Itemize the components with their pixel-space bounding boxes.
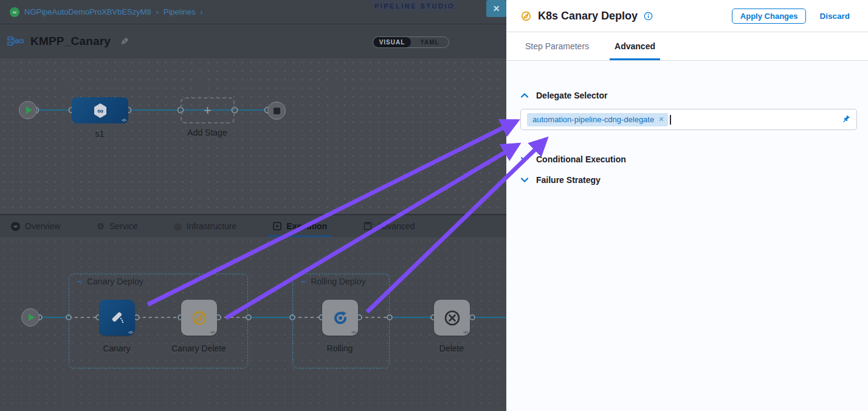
- pipeline-start-node[interactable]: [19, 101, 37, 119]
- panel-tab-bar: Step Parameters Advanced: [506, 32, 868, 61]
- step-label: Rolling: [327, 344, 353, 353]
- step-label: Canary Delete: [171, 344, 226, 353]
- step-delete[interactable]: </>: [434, 300, 470, 336]
- tab-label: Service: [109, 221, 138, 231]
- delegate-selector-input[interactable]: automation-pipeline-cdng-delegate ✕: [520, 109, 857, 130]
- tab-label: Overview: [25, 221, 60, 231]
- step-canary[interactable]: </>: [99, 300, 135, 336]
- stage-s1-node[interactable]: ∞ </>: [72, 97, 128, 123]
- group-label-text: Canary Deploy: [87, 277, 143, 286]
- step-label: Canary: [103, 344, 130, 353]
- yaml-code-icon[interactable]: </>: [122, 118, 126, 122]
- toggle-yaml[interactable]: YAML: [411, 37, 449, 47]
- pipeline-title: KMPP_Canary: [30, 35, 111, 48]
- info-icon[interactable]: [644, 12, 653, 21]
- stage-connectors: [0, 58, 506, 215]
- yaml-code-icon[interactable]: </>: [210, 330, 215, 334]
- panel-body: Delegate Selector automation-pipeline-cd…: [506, 90, 868, 185]
- section-label: Failure Strategy: [536, 175, 601, 185]
- discard-button[interactable]: Discard: [819, 12, 850, 21]
- tab-overview[interactable]: ∞ Overview: [6, 215, 65, 237]
- panel-title: K8s Canary Deploy: [538, 10, 638, 22]
- panel-header: K8s Canary Deploy Apply Changes Discard: [506, 0, 868, 32]
- step-group-rolling-deploy-label: − Rolling Deploy: [301, 277, 365, 286]
- stage-canvas: ∞ </> s1 + Add Stage: [0, 58, 506, 215]
- tab-label: Infrastructure: [187, 221, 236, 231]
- project-icon: ∞: [10, 7, 19, 17]
- pipeline-studio-dimmed-pane: ∞ NGPipeAutoDemoProXBVbESzyM8 › Pipeline…: [0, 0, 506, 411]
- chevron-down-icon[interactable]: [520, 156, 529, 163]
- step-group-canary-deploy[interactable]: [69, 274, 248, 368]
- step-config-panel: K8s Canary Deploy Apply Changes Discard …: [506, 0, 868, 411]
- tab-label: Execution: [286, 221, 327, 231]
- group-label-text: Rolling Deploy: [311, 277, 365, 286]
- rolling-deploy-icon: [332, 309, 349, 326]
- breadcrumb-pipelines[interactable]: Pipelines: [164, 7, 196, 16]
- chevron-down-icon[interactable]: [520, 176, 529, 184]
- delegate-tag: automation-pipeline-cdng-delegate ✕: [527, 113, 668, 126]
- step-canary-delete[interactable]: </>: [181, 300, 217, 336]
- breadcrumb-separator: ›: [201, 8, 203, 16]
- stage-tab-bar: ∞ Overview ⚙ Service ◎ Infrastructure Ex…: [0, 215, 506, 237]
- pipeline-studio-badge: PIPELINE STUDIO: [370, 0, 460, 12]
- tab-advanced[interactable]: Advanced: [610, 32, 660, 60]
- svg-text:∞: ∞: [97, 106, 103, 116]
- stage-label: s1: [95, 129, 105, 139]
- close-icon: ✕: [493, 4, 500, 13]
- pin-icon[interactable]: [841, 115, 850, 124]
- stop-icon: [274, 108, 280, 114]
- chevron-up-icon[interactable]: [520, 92, 529, 99]
- collapse-icon[interactable]: −: [77, 278, 82, 285]
- canary-release-icon: [108, 309, 126, 327]
- breadcrumb-project[interactable]: NGPipeAutoDemoProXBVbESzyM8: [24, 7, 151, 16]
- step-rolling[interactable]: </>: [322, 300, 358, 336]
- apply-changes-button[interactable]: Apply Changes: [732, 9, 807, 24]
- section-conditional-execution[interactable]: Conditional Execution: [520, 154, 857, 165]
- gear-icon: ⚙: [97, 222, 105, 230]
- pipeline-header: KMPP_Canary ✎ VISUAL YAML: [0, 24, 506, 58]
- delegate-tag-text: automation-pipeline-cdng-delegate: [532, 115, 654, 124]
- tab-advanced[interactable]: Advanced: [359, 215, 419, 237]
- infrastructure-icon: ◎: [174, 222, 182, 230]
- plus-icon: +: [204, 103, 212, 119]
- pipeline-icon: [7, 36, 24, 46]
- section-label: Delegate Selector: [536, 91, 608, 100]
- yaml-code-icon[interactable]: </>: [463, 330, 467, 334]
- section-delegate-selector[interactable]: Delegate Selector: [520, 90, 857, 101]
- pipeline-studio-app: ∞ NGPipeAutoDemoProXBVbESzyM8 › Pipeline…: [0, 0, 868, 411]
- stage-pipeline-icon: ∞: [91, 102, 109, 120]
- section-failure-strategy[interactable]: Failure Strategy: [520, 174, 857, 185]
- tab-execution[interactable]: Execution: [268, 215, 332, 237]
- canary-delete-icon: [191, 309, 208, 326]
- add-stage-button[interactable]: +: [181, 97, 235, 123]
- overview-icon: ∞: [11, 222, 20, 231]
- execution-icon: [273, 222, 281, 230]
- play-icon: [29, 314, 35, 321]
- close-panel-button[interactable]: ✕: [486, 0, 506, 17]
- section-label: Conditional Execution: [536, 154, 626, 164]
- yaml-code-icon[interactable]: </>: [128, 330, 133, 334]
- tab-infrastructure[interactable]: ◎ Infrastructure: [170, 215, 242, 237]
- breadcrumb-separator: ›: [156, 8, 159, 16]
- tab-service[interactable]: ⚙ Service: [92, 215, 142, 237]
- tab-step-parameters[interactable]: Step Parameters: [520, 32, 594, 60]
- edit-pencil-icon[interactable]: ✎: [120, 36, 128, 47]
- collapse-icon[interactable]: −: [301, 278, 306, 285]
- visual-yaml-toggle: VISUAL YAML: [373, 36, 449, 48]
- step-label: Delete: [439, 344, 464, 353]
- remove-tag-icon[interactable]: ✕: [658, 116, 664, 123]
- canary-step-icon: [520, 10, 532, 22]
- step-group-canary-deploy-label: − Canary Deploy: [77, 277, 143, 286]
- tab-label: Advanced: [377, 221, 415, 231]
- yaml-code-icon[interactable]: </>: [351, 330, 356, 334]
- toggle-visual[interactable]: VISUAL: [373, 37, 411, 47]
- text-caret: [670, 115, 671, 125]
- execution-start-node[interactable]: [21, 308, 40, 326]
- advanced-icon: [363, 222, 372, 230]
- delete-icon: [443, 309, 461, 327]
- add-stage-label: Add Stage: [187, 128, 227, 137]
- execution-canvas: − Canary Deploy </> Canary </> Canary De…: [0, 237, 506, 411]
- pipeline-end-node[interactable]: [267, 102, 286, 120]
- play-icon: [26, 106, 32, 114]
